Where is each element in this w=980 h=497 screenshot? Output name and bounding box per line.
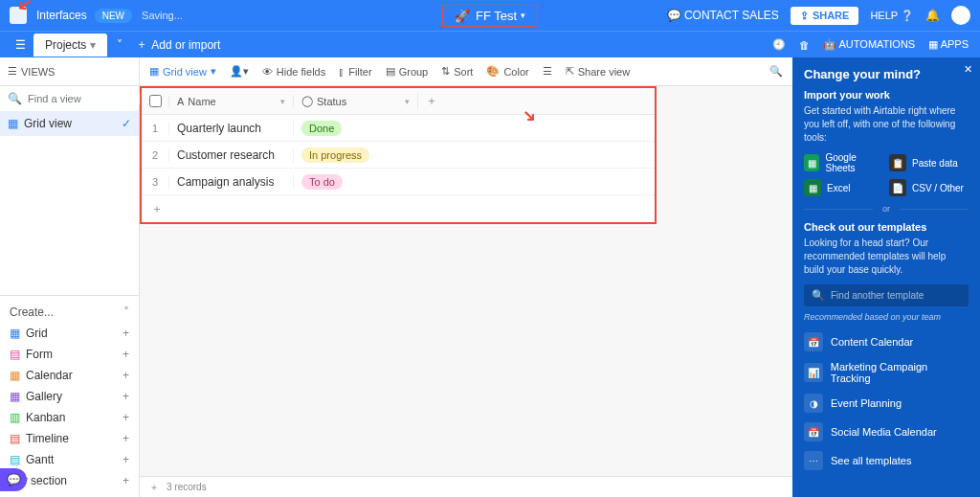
grid-icon: ▦ — [8, 117, 18, 130]
search-icon[interactable]: 🔍 — [769, 65, 783, 78]
grid-icon: ▦ — [10, 327, 20, 340]
sort-icon: ⇅ — [441, 65, 450, 78]
rocket-icon: 🚀 — [455, 9, 470, 23]
sidebar-view-grid[interactable]: ▦ Grid view ✓ — [0, 111, 139, 136]
create-header[interactable]: Create...˅ — [0, 302, 139, 323]
view-label: Grid view — [24, 117, 72, 130]
chat-icon[interactable]: 💬 — [0, 468, 27, 491]
toolbar-gridview[interactable]: ▦Grid view ▾ — [149, 65, 216, 78]
apps-link[interactable]: ▦ APPS — [928, 38, 969, 51]
plus-icon: + — [122, 390, 129, 403]
templates-title: Check out our templates — [804, 221, 969, 233]
check-icon: ✓ — [122, 117, 131, 130]
cell-name[interactable]: Customer research — [168, 148, 293, 162]
hamburger-icon: ☰ — [8, 65, 17, 78]
cell-status[interactable]: Done — [293, 121, 417, 136]
add-row-button[interactable]: ＋ — [142, 195, 655, 222]
sort-button[interactable]: ⇅Sort — [441, 65, 473, 78]
template-search-input[interactable] — [831, 290, 961, 301]
import-paste[interactable]: 📋Paste data — [889, 152, 969, 173]
share-button[interactable]: ⇪SHARE — [791, 7, 859, 25]
bell-icon[interactable]: 🔔 — [925, 9, 940, 22]
template-event[interactable]: ◑Event Planning — [804, 389, 969, 418]
help-icon: ❔ — [901, 10, 914, 21]
hide-fields-button[interactable]: 👁Hide fields — [262, 66, 325, 78]
base-title[interactable]: 🚀 FF Test ▾ — [442, 5, 538, 27]
tab-caret-icon[interactable]: ˅ — [113, 38, 126, 52]
text-icon: A — [177, 96, 184, 107]
left-panel: ☰VIEWS 🔍 ⚙ ▦ Grid view ✓ Create...˅ ▦Gri… — [0, 57, 140, 497]
create-form[interactable]: ▤Form+ — [0, 344, 139, 365]
tab-projects[interactable]: Projects▾ — [33, 34, 107, 56]
avatar[interactable] — [951, 6, 970, 25]
import-excel[interactable]: ▦Excel — [804, 179, 883, 196]
menu-icon[interactable]: ☰ — [8, 34, 33, 56]
automations-link[interactable]: 🤖 AUTOMATIONS — [823, 38, 915, 51]
table-row[interactable]: 3Campaign analysisTo do — [142, 169, 655, 195]
eye-off-icon: 👁 — [262, 66, 273, 78]
search-icon: 🔍 — [8, 92, 22, 105]
see-all-templates[interactable]: ⋯See all templates — [804, 446, 969, 475]
event-icon: ◑ — [804, 394, 823, 413]
trash-icon[interactable]: 🗑 — [799, 39, 810, 51]
plus-icon: + — [122, 474, 129, 487]
plus-icon: + — [122, 327, 129, 340]
top-bar: ➜ Interfaces NEW Saving... 🚀 FF Test ▾ 💬… — [0, 0, 980, 31]
color-button[interactable]: 🎨Color — [486, 65, 528, 78]
table-row[interactable]: 2Customer researchIn progress — [142, 142, 655, 169]
import-csv[interactable]: 📄CSV / Other — [889, 179, 969, 196]
share-icon: ⇪ — [800, 10, 809, 22]
column-header-name[interactable]: AName▾ — [168, 96, 293, 107]
interfaces-link[interactable]: Interfaces — [36, 9, 87, 22]
create-gantt[interactable]: ▤Gantt+ — [0, 449, 139, 470]
add-record-button[interactable]: ＋ — [149, 481, 159, 494]
row-number: 1 — [142, 123, 168, 134]
data-table: AName▾ ◯Status▾ ＋ 1Quarterly launchDone2… — [140, 86, 657, 224]
or-divider: or — [804, 204, 969, 214]
caret-down-icon[interactable]: ▾ — [90, 38, 96, 52]
new-badge: NEW — [95, 9, 132, 23]
search-icon: 🔍 — [812, 289, 825, 302]
table-row[interactable]: 1Quarterly launchDone — [142, 115, 655, 142]
share-view-button[interactable]: ⇱Share view — [566, 65, 630, 78]
create-calendar[interactable]: ▦Calendar+ — [0, 365, 139, 386]
caret-down-icon: ▾ — [211, 65, 216, 78]
import-title: Import your work — [804, 89, 969, 101]
create-gallery[interactable]: ▦Gallery+ — [0, 386, 139, 407]
create-timeline[interactable]: ▤Timeline+ — [0, 428, 139, 449]
close-icon[interactable]: ✕ — [964, 63, 972, 76]
cell-status[interactable]: In progress — [293, 147, 417, 163]
create-grid[interactable]: ▦Grid+ — [0, 323, 139, 344]
column-header-status[interactable]: ◯Status▾ — [293, 95, 417, 107]
plus-icon: + — [122, 411, 129, 424]
plus-icon: + — [122, 453, 129, 466]
cell-name[interactable]: Campaign analysis — [168, 175, 293, 189]
import-sheets[interactable]: ▦Google Sheets — [804, 152, 883, 173]
gallery-icon: ▦ — [10, 390, 20, 403]
views-toggle[interactable]: ☰VIEWS — [8, 65, 55, 78]
template-search[interactable]: 🔍 — [804, 284, 969, 306]
group-button[interactable]: ▤Group — [386, 65, 429, 78]
template-content-calendar[interactable]: 📅Content Calendar — [804, 328, 969, 356]
row-height-button[interactable]: ☰ — [543, 65, 552, 78]
history-icon[interactable]: 🕘 — [772, 38, 786, 51]
more-icon: ⋯ — [804, 451, 823, 470]
add-import-button[interactable]: ＋Add or import — [126, 33, 230, 56]
caret-down-icon: ▾ — [521, 11, 525, 20]
caret-down-icon: ▾ — [405, 97, 410, 106]
caret-down-icon: ˅ — [123, 305, 129, 319]
contact-sales-link[interactable]: 💬 CONTACT SALES — [667, 9, 779, 22]
select-all-checkbox[interactable] — [149, 95, 162, 107]
cell-status[interactable]: To do — [293, 174, 417, 190]
color-icon: 🎨 — [486, 65, 500, 78]
create-kanban[interactable]: ▥Kanban+ — [0, 407, 139, 428]
filter-button[interactable]: ⫿Filter — [339, 66, 371, 78]
right-panel: ✕ Change your mind? Import your work Get… — [792, 57, 980, 497]
help-link[interactable]: HELP ❔ — [870, 10, 914, 22]
template-social[interactable]: 📅Social Media Calendar — [804, 418, 969, 446]
users-icon[interactable]: 👤▾ — [230, 65, 249, 78]
cell-name[interactable]: Quarterly launch — [168, 122, 293, 135]
template-marketing[interactable]: 📊Marketing Campaign Tracking — [804, 356, 969, 389]
chart-icon: 📊 — [804, 363, 823, 382]
gantt-icon: ▤ — [10, 453, 20, 466]
